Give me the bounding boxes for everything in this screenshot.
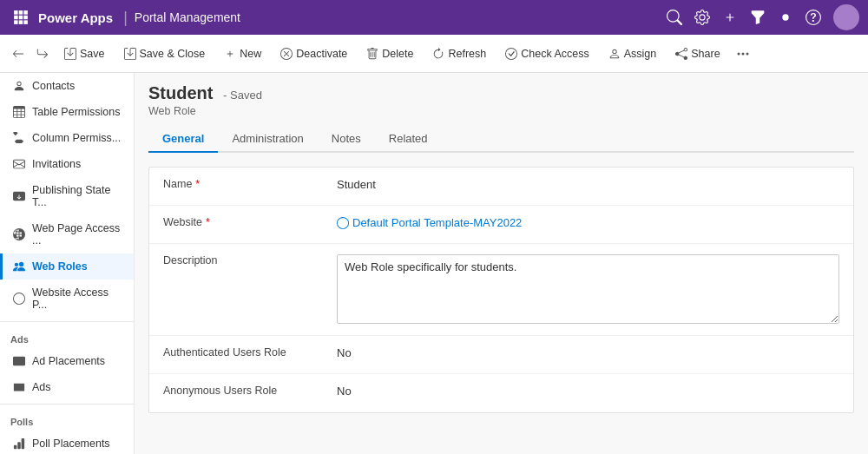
refresh-label: Refresh	[448, 48, 486, 60]
plus-icon[interactable]	[722, 10, 738, 25]
sidebar-item-publishing-state[interactable]: Publishing State T...	[0, 177, 134, 215]
name-label: Name *	[163, 176, 337, 190]
sidebar-item-website-access-label: Website Access P...	[32, 286, 123, 311]
description-label: Description	[163, 253, 337, 266]
back-button[interactable]	[7, 43, 30, 64]
save-label: Save	[80, 48, 105, 60]
sidebar-item-contacts-label: Contacts	[32, 80, 75, 92]
module-name: Portal Management	[135, 10, 240, 24]
help-icon[interactable]	[806, 10, 821, 25]
record-saved: - Saved	[223, 89, 262, 102]
sidebar-item-ads-label: Ads	[32, 381, 51, 393]
form-row-name: Name * Student	[149, 168, 853, 206]
refresh-button[interactable]: Refresh	[424, 43, 495, 64]
tab-general[interactable]: General	[148, 126, 218, 153]
sidebar-item-table-permissions-label: Table Permissions	[32, 106, 120, 118]
sidebar-item-publishing-state-label: Publishing State T...	[32, 184, 123, 208]
save-button[interactable]: Save	[56, 43, 114, 64]
name-value: Student	[337, 176, 839, 191]
form-card: Name * Student Website * Default Portal …	[148, 167, 854, 413]
sidebar-item-poll-placements[interactable]: Poll Placements	[0, 431, 134, 454]
svg-rect-2	[23, 10, 28, 15]
sidebar-item-invitations[interactable]: Invitations	[0, 151, 134, 177]
form-row-anonymous-users-role: Anonymous Users Role No	[149, 374, 853, 412]
anonymous-users-role-label: Anonymous Users Role	[163, 383, 337, 397]
sidebar-item-ads[interactable]: Ads	[0, 374, 134, 400]
app-name: Power Apps	[38, 10, 113, 25]
svg-rect-6	[14, 20, 18, 24]
restore-button[interactable]	[31, 43, 54, 64]
sidebar-item-web-roles-label: Web Roles	[32, 260, 88, 273]
user-avatar[interactable]	[833, 4, 859, 30]
filter-icon[interactable]	[750, 10, 766, 25]
description-textarea[interactable]	[337, 254, 839, 324]
sidebar-item-web-roles[interactable]: Web Roles	[0, 253, 134, 280]
svg-rect-0	[14, 10, 18, 15]
tab-related[interactable]: Related	[375, 126, 442, 153]
save-close-label: Save & Close	[140, 48, 206, 60]
sidebar-item-column-permissions-label: Column Permiss...	[32, 132, 121, 144]
record-header: Student - Saved Web Role	[148, 83, 854, 117]
form-row-description: Description	[149, 244, 853, 336]
settings-icon[interactable]	[694, 10, 710, 25]
sidebar-item-contacts[interactable]: Contacts	[0, 73, 134, 99]
deactivate-label: Deactivate	[296, 48, 347, 60]
more-button[interactable]	[731, 43, 755, 65]
assign-label: Assign	[624, 48, 657, 60]
sidebar-item-table-permissions[interactable]: Table Permissions	[0, 99, 134, 125]
save-close-button[interactable]: Save & Close	[115, 43, 214, 64]
svg-rect-7	[19, 20, 23, 24]
gear-icon[interactable]	[778, 10, 793, 25]
website-required-indicator: *	[206, 216, 210, 228]
sidebar-item-web-page-access[interactable]: Web Page Access ...	[0, 215, 134, 253]
form-row-authenticated-users-role: Authenticated Users Role No	[149, 336, 853, 374]
authenticated-users-role-label: Authenticated Users Role	[163, 345, 337, 359]
sidebar-item-poll-placements-label: Poll Placements	[32, 438, 110, 450]
top-nav: Power Apps | Portal Management	[0, 0, 868, 35]
sidebar-item-column-permissions[interactable]: Column Permiss...	[0, 125, 134, 151]
check-access-button[interactable]: Check Access	[496, 43, 598, 64]
share-label: Share	[691, 48, 720, 60]
delete-label: Delete	[382, 48, 413, 60]
tab-administration[interactable]: Administration	[218, 126, 317, 153]
form-row-website: Website * Default Portal Template-MAY202…	[149, 206, 853, 244]
website-link-text: Default Portal Template-MAY2022	[352, 216, 522, 229]
description-value	[337, 253, 839, 326]
sidebar-item-ad-placements-label: Ad Placements	[32, 355, 105, 367]
svg-rect-4	[19, 16, 23, 20]
authenticated-users-role-value: No	[337, 345, 839, 359]
polls-section-label: Polls	[0, 408, 134, 431]
share-button[interactable]: Share	[667, 43, 728, 64]
search-icon[interactable]	[667, 10, 682, 25]
sidebar-item-web-page-access-label: Web Page Access ...	[32, 222, 123, 247]
record-title: Student	[148, 83, 213, 102]
assign-button[interactable]: Assign	[600, 43, 666, 64]
tab-notes[interactable]: Notes	[318, 126, 375, 153]
check-access-label: Check Access	[521, 48, 589, 60]
sidebar: Contacts Table Permissions Column Permis…	[0, 73, 135, 454]
record-subtitle: Web Role	[148, 105, 854, 117]
sidebar-item-website-access[interactable]: Website Access P...	[0, 280, 134, 318]
content-area: Student - Saved Web Role General Adminis…	[135, 73, 868, 454]
website-value: Default Portal Template-MAY2022	[337, 214, 839, 229]
new-label: New	[240, 48, 261, 60]
delete-button[interactable]: Delete	[358, 43, 422, 64]
svg-rect-3	[14, 16, 18, 20]
sidebar-item-invitations-label: Invitations	[32, 158, 81, 170]
deactivate-button[interactable]: Deactivate	[272, 43, 356, 64]
ads-section-label: Ads	[0, 326, 134, 348]
top-nav-actions	[667, 4, 859, 30]
svg-rect-8	[23, 20, 28, 24]
website-label: Website *	[163, 214, 337, 228]
tabs: General Administration Notes Related	[148, 126, 854, 153]
new-button[interactable]: New	[215, 43, 270, 64]
website-link[interactable]: Default Portal Template-MAY2022	[337, 216, 839, 229]
svg-rect-1	[19, 10, 23, 15]
main-layout: Contacts Table Permissions Column Permis…	[0, 73, 868, 454]
name-required-indicator: *	[195, 178, 200, 190]
toolbar: Save Save & Close New Deactivate Delete …	[0, 35, 868, 73]
svg-rect-5	[23, 16, 28, 20]
apps-grid-icon[interactable]	[9, 5, 33, 30]
sidebar-item-ad-placements[interactable]: Ad Placements	[0, 348, 134, 374]
anonymous-users-role-value: No	[337, 383, 839, 398]
